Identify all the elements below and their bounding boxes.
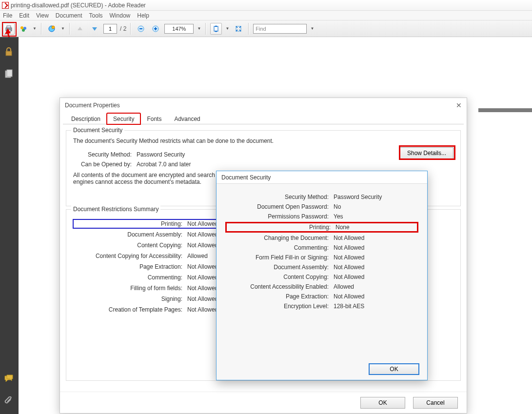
window-title: printing-disallowed.pdf (SECURED) - Adob… bbox=[11, 2, 146, 9]
nav-dropdown[interactable]: ▼ bbox=[60, 26, 65, 31]
ok-button[interactable]: OK bbox=[369, 363, 419, 375]
arrow-down-icon bbox=[91, 25, 98, 32]
restriction-row: Document Assembly:Not Allowed bbox=[73, 230, 229, 239]
detail-row: Document Open Password:No bbox=[226, 203, 417, 210]
restriction-row: Content Copying:Not Allowed bbox=[73, 241, 229, 250]
scroll-mode-button[interactable] bbox=[210, 23, 222, 35]
restriction-value: Allowed bbox=[187, 253, 208, 259]
security-intro: The document's Security Method restricts… bbox=[73, 138, 453, 144]
detail-value: Not Allowed bbox=[334, 235, 364, 241]
zoom-in-button[interactable] bbox=[150, 23, 161, 35]
detail-label: Page Extraction: bbox=[226, 293, 329, 300]
pages-icon[interactable] bbox=[4, 69, 15, 80]
separator bbox=[130, 23, 131, 35]
zoom-dropdown[interactable]: ▼ bbox=[197, 26, 201, 31]
detail-label: Document Open Password: bbox=[226, 203, 329, 210]
zoom-value: 147% bbox=[172, 26, 186, 32]
separator bbox=[41, 23, 42, 35]
nav-button[interactable] bbox=[46, 23, 58, 35]
cancel-button[interactable]: Cancel bbox=[413, 397, 458, 409]
opened-by-value: Acrobat 7.0 and later bbox=[137, 161, 191, 168]
detail-value: None bbox=[335, 224, 350, 231]
svg-rect-13 bbox=[214, 26, 218, 31]
restriction-value: Not Allowed bbox=[187, 296, 218, 302]
separator bbox=[69, 23, 70, 35]
detail-row: Printing:None bbox=[226, 223, 417, 232]
detail-row: Permissions Password:Yes bbox=[226, 213, 417, 220]
detail-row: Content Copying:Not Allowed bbox=[226, 274, 417, 280]
dialog2-footer: OK bbox=[369, 363, 419, 375]
detail-value: Not Allowed bbox=[334, 244, 364, 251]
restriction-label: Commenting: bbox=[75, 274, 182, 281]
page-up-button[interactable] bbox=[74, 23, 86, 35]
detail-value: Not Allowed bbox=[334, 274, 364, 280]
lock-icon[interactable] bbox=[4, 47, 15, 58]
menu-help[interactable]: Help bbox=[137, 12, 149, 19]
zoom-select[interactable]: 147% bbox=[164, 24, 194, 34]
page-total: / 2 bbox=[120, 25, 126, 32]
restriction-value: Not Allowed bbox=[187, 242, 218, 249]
find-placeholder: Find bbox=[256, 26, 266, 32]
svg-point-3 bbox=[20, 26, 23, 29]
menu-document[interactable]: Document bbox=[56, 12, 82, 19]
tab-fonts[interactable]: Fonts bbox=[140, 113, 168, 124]
menu-view[interactable]: View bbox=[36, 12, 49, 19]
dialog2-body: Security Method:Password SecurityDocumen… bbox=[217, 184, 427, 310]
detail-row: Content Accessibility Enabled:Allowed bbox=[226, 283, 417, 290]
restriction-value: Not Allowed bbox=[187, 220, 218, 227]
detail-row: Page Extraction:Not Allowed bbox=[226, 293, 417, 300]
collab-dropdown[interactable]: ▼ bbox=[32, 26, 37, 31]
tab-security[interactable]: Security bbox=[107, 113, 140, 124]
document-security-details-dialog: Document Security Security Method:Passwo… bbox=[216, 171, 428, 380]
page-down-button[interactable] bbox=[89, 23, 100, 35]
menu-tools[interactable]: Tools bbox=[89, 12, 103, 19]
scroll-dropdown[interactable]: ▼ bbox=[225, 26, 230, 31]
restriction-row: Page Extraction:Not Allowed bbox=[73, 262, 229, 271]
show-details-button[interactable]: Show Details... bbox=[400, 147, 453, 159]
fit-icon bbox=[235, 25, 242, 32]
adobe-reader-icon bbox=[2, 2, 9, 9]
detail-label: Changing the Document: bbox=[226, 235, 329, 241]
print-button[interactable] bbox=[3, 23, 15, 35]
restriction-label: Content Copying for Accessibility: bbox=[75, 253, 182, 259]
tab-description[interactable]: Description bbox=[65, 113, 107, 124]
detail-label: Form Field Fill-in or Signing: bbox=[226, 254, 329, 261]
restriction-value: Not Allowed bbox=[187, 263, 218, 270]
restriction-row: Filling of form fields:Not Allowed bbox=[73, 284, 229, 293]
find-input[interactable]: Find bbox=[253, 24, 307, 34]
detail-row: Changing the Document:Not Allowed bbox=[226, 235, 417, 241]
svg-rect-1 bbox=[7, 26, 11, 28]
detail-value: 128-bit AES bbox=[334, 303, 364, 310]
menu-edit[interactable]: Edit bbox=[19, 12, 29, 19]
restriction-label: Creation of Template Pages: bbox=[75, 306, 182, 313]
detail-value: Not Allowed bbox=[334, 264, 364, 271]
find-dropdown[interactable]: ▼ bbox=[310, 26, 315, 31]
attachment-icon[interactable] bbox=[4, 396, 15, 407]
svg-point-5 bbox=[22, 29, 25, 32]
menu-file[interactable]: File bbox=[3, 12, 12, 19]
detail-value: Allowed bbox=[334, 283, 354, 290]
plus-icon bbox=[152, 25, 159, 32]
menu-window[interactable]: Window bbox=[110, 12, 131, 19]
restriction-label: Page Extraction: bbox=[75, 263, 182, 270]
zoom-out-button[interactable] bbox=[135, 23, 147, 35]
ok-button[interactable]: OK bbox=[360, 397, 405, 409]
close-icon[interactable]: ✕ bbox=[456, 101, 462, 109]
opened-by-label: Can be Opened by: bbox=[73, 161, 132, 168]
svg-rect-2 bbox=[7, 30, 11, 32]
separator bbox=[205, 23, 206, 35]
collab-icon bbox=[20, 25, 27, 33]
restriction-row: Signing:Not Allowed bbox=[73, 295, 229, 303]
collab-button[interactable] bbox=[18, 23, 29, 35]
fit-page-button[interactable] bbox=[233, 23, 244, 35]
detail-label: Encryption Level: bbox=[226, 303, 329, 310]
dialog-title: Document Properties bbox=[65, 102, 120, 109]
svg-point-7 bbox=[52, 26, 55, 29]
dialog-tabs: Description Security Fonts Advanced bbox=[63, 113, 464, 124]
comments-icon[interactable] bbox=[4, 374, 15, 385]
page-number-input[interactable] bbox=[103, 24, 117, 34]
detail-row: Encryption Level:128-bit AES bbox=[226, 303, 417, 310]
tab-advanced[interactable]: Advanced bbox=[168, 113, 206, 124]
page-shadow bbox=[478, 108, 532, 112]
detail-row: Security Method:Password Security bbox=[226, 194, 417, 200]
